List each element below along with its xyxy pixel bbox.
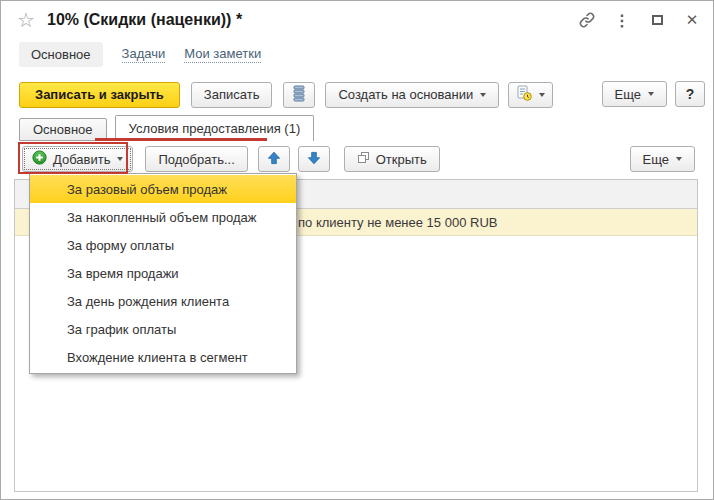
chevron-down-icon bbox=[480, 93, 486, 97]
app-window: ☆ 10% (Скидки (наценки)) * ⋮ ✕ Основное … bbox=[0, 0, 714, 500]
menu-item-vremya-prodazhi[interactable]: За время продажи bbox=[30, 259, 296, 287]
main-toolbar-right: Еще ? bbox=[602, 81, 705, 107]
menu-item-forma-oplaty[interactable]: За форму оплаты bbox=[30, 231, 296, 259]
titlebar: ☆ 10% (Скидки (наценки)) * ⋮ ✕ bbox=[1, 5, 713, 37]
more-label: Еще bbox=[615, 87, 641, 102]
tab-osnovnoe[interactable]: Основное bbox=[19, 118, 107, 141]
save-and-close-button[interactable]: Записать и закрыть bbox=[19, 82, 180, 108]
document-history-button[interactable] bbox=[508, 82, 553, 108]
menu-item-nakoplennyj-obem[interactable]: За накопленный объем продаж bbox=[30, 203, 296, 231]
open-window-icon bbox=[357, 151, 376, 167]
record-movements-button[interactable] bbox=[283, 82, 315, 108]
arrow-down-icon bbox=[306, 150, 322, 169]
open-button[interactable]: Открыть bbox=[344, 146, 440, 172]
chevron-down-icon bbox=[539, 93, 545, 97]
help-button[interactable]: ? bbox=[675, 81, 705, 107]
save-button[interactable]: Записать bbox=[191, 82, 273, 108]
tab-strip: Основное Условия предоставления (1) bbox=[19, 115, 322, 141]
favorite-star-icon[interactable]: ☆ bbox=[17, 10, 35, 30]
stack-icon bbox=[291, 85, 307, 105]
link-icon[interactable] bbox=[578, 11, 596, 29]
chevron-down-icon bbox=[648, 92, 654, 96]
open-label: Открыть bbox=[376, 152, 427, 167]
chevron-down-icon bbox=[117, 157, 123, 161]
move-up-button[interactable] bbox=[258, 146, 290, 172]
kebab-menu-icon[interactable]: ⋮ bbox=[613, 11, 631, 29]
window-controls: ⋮ ✕ bbox=[578, 11, 701, 29]
pick-button[interactable]: Подобрать... bbox=[145, 146, 247, 172]
window-title: 10% (Скидки (наценки)) * bbox=[47, 11, 242, 29]
menu-item-vhozhdenie-v-segment[interactable]: Вхождение клиента в сегмент bbox=[30, 343, 296, 371]
nav-bar: Основное Задачи Мои заметки bbox=[19, 42, 261, 66]
nav-item-moi-zametki[interactable]: Мои заметки bbox=[184, 46, 261, 63]
maximize-icon[interactable] bbox=[648, 11, 666, 29]
document-clock-icon bbox=[516, 85, 532, 104]
create-based-on-label: Создать на основании bbox=[338, 87, 473, 102]
more-label: Еще bbox=[643, 152, 669, 167]
menu-item-grafik-oplaty[interactable]: За график оплаты bbox=[30, 315, 296, 343]
nav-item-osnovnoe[interactable]: Основное bbox=[19, 42, 103, 67]
menu-item-razovyj-obem[interactable]: За разовый объем продаж bbox=[30, 175, 296, 203]
tab-usloviya-predostavleniya[interactable]: Условия предоставления (1) bbox=[115, 115, 315, 141]
plus-icon bbox=[32, 150, 53, 168]
main-toolbar: Записать и закрыть Записать Создать на о… bbox=[19, 81, 553, 108]
nav-item-zadachi[interactable]: Задачи bbox=[122, 46, 166, 63]
list-toolbar: Добавить Подобрать... bbox=[22, 146, 440, 172]
add-dropdown-menu: За разовый объем продаж За накопленный о… bbox=[29, 173, 297, 374]
chevron-down-icon bbox=[676, 157, 682, 161]
menu-item-den-rozhdeniya[interactable]: За день рождения клиента bbox=[30, 287, 296, 315]
more-button-list[interactable]: Еще bbox=[630, 146, 695, 172]
more-button-top[interactable]: Еще bbox=[602, 81, 667, 107]
arrow-up-icon bbox=[266, 150, 282, 169]
add-button[interactable]: Добавить bbox=[22, 146, 133, 172]
create-based-on-button[interactable]: Создать на основании bbox=[325, 82, 499, 108]
add-label: Добавить bbox=[53, 152, 110, 167]
move-down-button[interactable] bbox=[298, 146, 330, 172]
close-icon[interactable]: ✕ bbox=[683, 11, 701, 29]
